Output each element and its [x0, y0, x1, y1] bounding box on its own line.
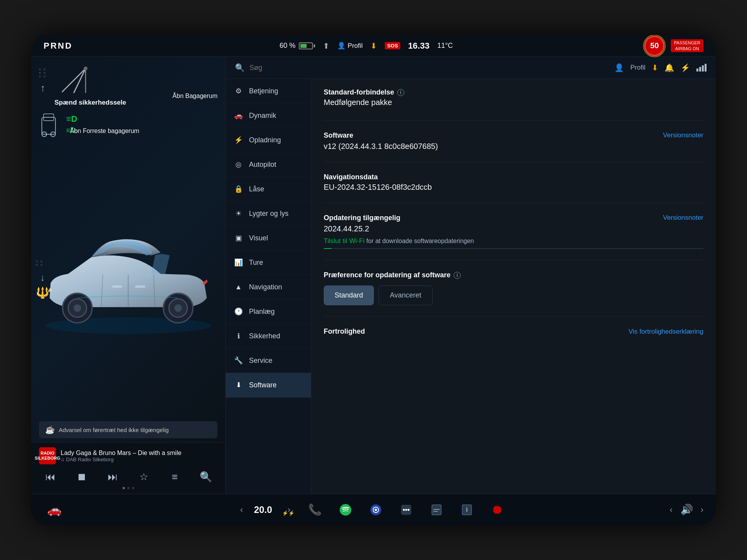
- arrow-down-icon[interactable]: ↓: [36, 272, 49, 283]
- menu-label-dynamik: Dynamik: [249, 112, 276, 120]
- info-panel-button[interactable]: i: [457, 500, 477, 520]
- lte-bar-2: [699, 67, 701, 72]
- svg-rect-13: [135, 285, 145, 288]
- opdatering-title: Opdatering tilgængelig: [324, 214, 400, 222]
- car-illustration: [31, 138, 225, 421]
- battery-percentage: 60 %: [280, 42, 296, 50]
- dot: [39, 75, 41, 77]
- open-front-trunk-label[interactable]: Åbn Forreste bagagerum: [70, 127, 139, 135]
- speed-badge: 50: [644, 36, 665, 56]
- fortrolighed-link[interactable]: Vis fortrolighedserklæring: [629, 328, 703, 336]
- menu-item-opladning[interactable]: ⚡ Opladning: [226, 128, 311, 152]
- menu-item-planlaeg[interactable]: 🕐 Planlæg: [226, 299, 311, 324]
- navigationsdata-section: Navigationsdata EU-2024.32-15126-08f3c2d…: [324, 173, 703, 203]
- camera-button[interactable]: [366, 500, 386, 520]
- wifi-link[interactable]: Tilslut til Wi-Fi: [324, 237, 365, 245]
- search-media-button[interactable]: 🔍: [198, 469, 214, 485]
- next-button[interactable]: ⏭: [105, 469, 121, 485]
- menu-item-autopilot[interactable]: ◎ Autopilot: [226, 152, 311, 177]
- volume-arrow-left[interactable]: ‹: [670, 505, 672, 515]
- menu-item-software[interactable]: ⬇ Software: [226, 373, 311, 397]
- temp-arrow-left[interactable]: ‹: [240, 505, 243, 515]
- airbag-text: PASSENGERAIRBAG ON: [674, 40, 700, 51]
- bell-icon[interactable]: 🔔: [665, 63, 674, 72]
- top-status-bar: PRND 60 % ⬆ 👤 Profil ⬇: [31, 35, 716, 57]
- menu-dots-button[interactable]: [396, 500, 416, 520]
- phone-button[interactable]: 📞: [305, 500, 325, 520]
- svg-rect-28: [432, 505, 441, 515]
- search-input[interactable]: [249, 64, 610, 72]
- ture-icon: 📊: [233, 257, 244, 268]
- fortrolighed-section: Fortrolighed Vis fortrolighedserklæring: [324, 327, 703, 346]
- upload-icon: ⬆: [323, 41, 330, 51]
- svg-point-27: [407, 509, 409, 511]
- favorite-button[interactable]: ☆: [136, 469, 151, 485]
- standard-forbindelse-value: Medfølgende pakke: [324, 98, 404, 107]
- standard-button[interactable]: Standard: [324, 285, 374, 305]
- volume-icon[interactable]: 🔊: [680, 504, 693, 516]
- avanceret-button[interactable]: Avanceret: [379, 285, 433, 305]
- standard-forbindelse-title: Standard-forbindelse: [324, 88, 394, 96]
- spotify-button[interactable]: [336, 500, 355, 520]
- warning-bar: ☕ Advarsel om førertræt hed ikke tilgæng…: [39, 421, 217, 438]
- menu-item-service[interactable]: 🔧 Service: [226, 348, 311, 373]
- laase-icon: 🔒: [233, 184, 244, 194]
- open-rear-trunk-label[interactable]: Åbn Bagagerum: [172, 92, 217, 100]
- right-panel: 🔍 👤 Profil ⬇ 🔔 ⚡: [226, 57, 716, 494]
- fortrolighed-title: Fortrolighed: [324, 327, 365, 336]
- menu-item-lygter[interactable]: ☀ Lygter og lys: [226, 201, 311, 226]
- lte-bar-4: [705, 64, 707, 72]
- wifi-download-row: Tilslut til Wi-Fi for at downloade softw…: [324, 237, 703, 245]
- notes-icon: [431, 504, 442, 516]
- svg-point-23: [375, 509, 377, 511]
- temperature-control: 20.0: [254, 504, 277, 515]
- spotify-icon: [339, 504, 352, 516]
- media-dot-2: [127, 487, 130, 489]
- menu-item-betjening[interactable]: ⚙ Betjening: [226, 79, 311, 103]
- taskbar-right: ‹ 🔊 ›: [626, 504, 703, 516]
- lte-bar-1: [696, 68, 698, 72]
- taskbar: 🚗 ‹ 20.0 › ⚡⚡ 📞: [31, 494, 716, 525]
- profile-label-top: Profil: [348, 42, 363, 50]
- profile-button-top[interactable]: 👤 Profil: [337, 42, 363, 50]
- notes-button[interactable]: [427, 500, 446, 520]
- versionsnoter-link-1[interactable]: Versionsnoter: [663, 131, 703, 139]
- svg-line-1: [74, 68, 86, 93]
- menu-item-navigation[interactable]: ▲ Navigation: [226, 275, 311, 299]
- lte-bar-3: [702, 65, 704, 72]
- profile-icon-search[interactable]: 👤: [614, 63, 624, 72]
- menu-label-ture: Ture: [249, 259, 263, 267]
- prnd-indicator: PRND: [44, 41, 72, 51]
- sos-badge[interactable]: SOS: [385, 42, 400, 49]
- versionsnoter-link-2[interactable]: Versionsnoter: [663, 214, 703, 222]
- info-icon-praference[interactable]: i: [454, 272, 461, 279]
- info-icon-standard[interactable]: i: [397, 89, 404, 96]
- warning-text: Advarsel om førertræt hed ikke tilgængel…: [59, 427, 169, 433]
- stop-button[interactable]: ⏹: [74, 469, 89, 485]
- bluetooth-icon[interactable]: ⚡: [680, 63, 690, 72]
- car-side-icon: [39, 110, 58, 138]
- dot: [36, 260, 38, 262]
- profile-label-search: Profil: [630, 64, 645, 72]
- menu-label-betjening: Betjening: [249, 87, 278, 95]
- left-side-controls: ↓ 🔱: [36, 260, 49, 299]
- left-panel: ↑ Spænd sikkerhedssele: [31, 57, 226, 494]
- dynamik-icon: 🚗: [233, 110, 244, 121]
- arrow-up-icon[interactable]: ↑: [40, 83, 46, 93]
- menu-item-laase[interactable]: 🔒 Låse: [226, 177, 311, 201]
- record-button[interactable]: ⏺: [487, 500, 507, 520]
- home-car-button[interactable]: 🚗: [44, 499, 65, 520]
- menu-item-ture[interactable]: 📊 Ture: [226, 250, 311, 275]
- menu-item-sikkerhed[interactable]: ℹ Sikkerhed: [226, 324, 311, 348]
- dot: [44, 68, 46, 70]
- settings-menu: ⚙ Betjening 🚗 Dynamik ⚡ Opladning ◎: [226, 79, 311, 494]
- prev-button[interactable]: ⏮: [43, 469, 58, 485]
- temp-display: 11°C: [437, 42, 453, 50]
- praference-section: Præference for opdatering af software i …: [324, 271, 703, 317]
- equalizer-button[interactable]: ≡: [167, 469, 182, 485]
- menu-item-visuel[interactable]: ▣ Visuel: [226, 226, 311, 250]
- volume-arrow-right[interactable]: ›: [701, 505, 703, 515]
- menu-item-dynamik[interactable]: 🚗 Dynamik: [226, 103, 311, 128]
- taskbar-center: ‹ 20.0 › ⚡⚡ 📞: [121, 500, 626, 520]
- menu-label-laase: Låse: [249, 185, 264, 193]
